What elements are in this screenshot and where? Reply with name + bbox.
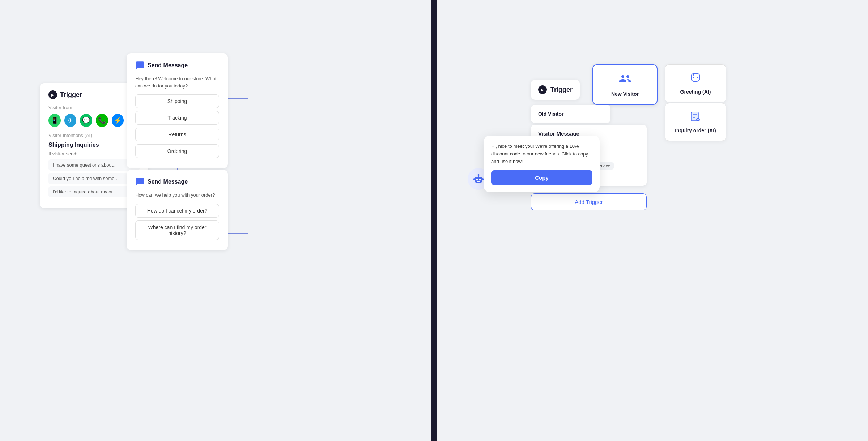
svg-point-22	[478, 174, 480, 176]
svg-rect-24	[482, 178, 484, 180]
social-icons: 📱 ✈ 💬 📞 ⚡ 📷	[48, 114, 140, 127]
svg-rect-20	[477, 181, 480, 182]
intentions-label: Visitor Intentions (AI)	[48, 133, 140, 138]
add-trigger-label: Add Trigger	[575, 199, 603, 205]
send-message-title-2: Send Message	[148, 179, 188, 185]
chat-icon	[135, 61, 145, 70]
copy-button[interactable]: Copy	[491, 170, 592, 185]
right-panel: ▶ Trigger New Visitor Greeting (AI) Old …	[437, 0, 868, 441]
greeting-ai-card[interactable]: Greeting (AI)	[665, 64, 726, 102]
trigger-node-right: ▶ Trigger	[531, 80, 580, 100]
choice-cancel[interactable]: How do I cancel my order?	[135, 204, 219, 218]
send-message-node-2: Send Message How can we help you with yo…	[127, 170, 228, 250]
wechat-icon[interactable]: 💬	[80, 114, 92, 127]
new-visitor-icon	[600, 72, 650, 88]
svg-point-7	[693, 74, 694, 76]
trigger-title-right: Trigger	[550, 86, 573, 94]
greeting-ai-label: Greeting (AI)	[672, 89, 719, 95]
intent-item: I'd like to inquire about my or...	[48, 186, 140, 197]
chat-icon-2	[135, 177, 145, 187]
send-message-text-1: Hey there! Welcome to our store. What ca…	[135, 75, 219, 89]
messenger-icon[interactable]: ⚡	[112, 114, 124, 127]
send-message-node-1: Send Message Hey there! Welcome to our s…	[127, 53, 228, 168]
if-label: If visitor send:	[48, 151, 140, 157]
chatbot-popup: Hi, nice to meet you! We're offering a 1…	[484, 136, 600, 192]
choice-returns[interactable]: Returns	[135, 128, 219, 141]
choice-history[interactable]: Where can I find my order history?	[135, 220, 219, 240]
svg-point-6	[697, 77, 698, 78]
intentions-title: Shipping Inquiries	[48, 142, 140, 148]
greeting-icon	[672, 72, 719, 86]
choice-tracking[interactable]: Tracking	[135, 111, 219, 125]
new-visitor-label: New Visitor	[600, 91, 650, 97]
send-message-text-2: How can we help you with your order?	[135, 192, 219, 199]
play-icon-right: ▶	[538, 85, 547, 94]
panel-divider	[431, 0, 437, 441]
visitor-from-label: Visitor from	[48, 105, 140, 110]
choice-ordering[interactable]: Ordering	[135, 144, 219, 158]
new-visitor-card[interactable]: New Visitor	[592, 64, 658, 105]
svg-point-18	[476, 179, 478, 181]
old-visitor-card: Old Visitor	[531, 105, 610, 123]
line-icon[interactable]: 📞	[96, 114, 108, 127]
play-icon: ▶	[48, 90, 57, 99]
inquiry-ai-label: Inquiry order (AI)	[672, 128, 719, 133]
intent-item: Could you help me with some..	[48, 173, 140, 184]
add-trigger-button[interactable]: Add Trigger	[531, 193, 647, 210]
inquiry-ai-card[interactable]: Inquiry order (AI)	[665, 103, 726, 141]
send-message-title-1: Send Message	[148, 62, 188, 69]
svg-point-5	[693, 77, 694, 78]
old-visitor-label: Old Visitor	[538, 111, 564, 117]
svg-rect-23	[473, 178, 475, 180]
trigger-title: Trigger	[60, 91, 82, 99]
svg-point-19	[479, 179, 481, 181]
telegram-icon[interactable]: ✈	[64, 114, 77, 127]
choice-shipping[interactable]: Shipping	[135, 94, 219, 108]
intent-item: I have some questions about..	[48, 159, 140, 171]
whatsapp-icon[interactable]: 📱	[48, 114, 61, 127]
left-panel: ▶ Trigger Visitor from 📱 ✈ 💬 📞 ⚡ 📷 Visit…	[0, 0, 431, 441]
inquiry-icon	[672, 111, 719, 125]
chatbot-popup-text: Hi, nice to meet you! We're offering a 1…	[491, 143, 592, 165]
